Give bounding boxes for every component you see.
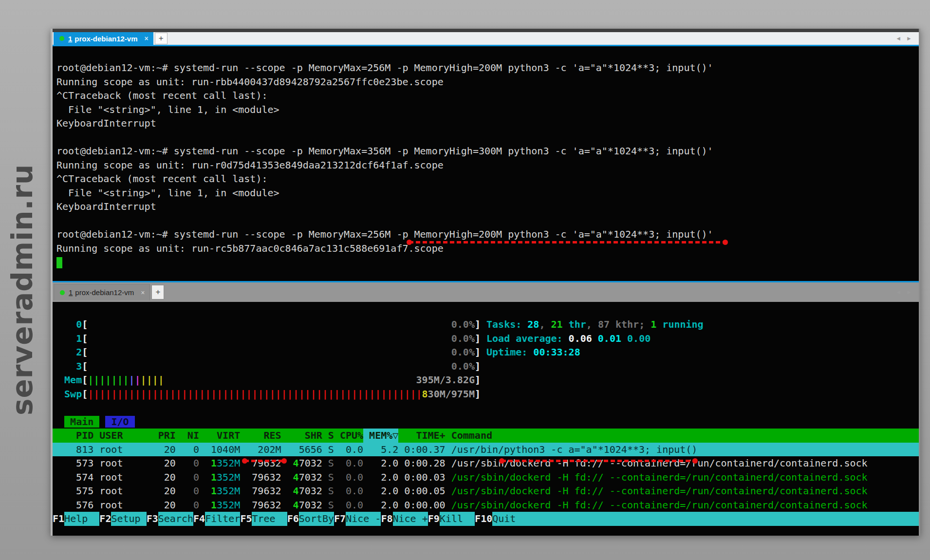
fkey-f5[interactable]: F5 [240, 512, 252, 526]
text-segment: 7032 [299, 499, 322, 511]
terminal-line [53, 131, 919, 145]
terminal-cursor [56, 257, 62, 268]
fkey-f1[interactable]: F1 [53, 512, 64, 526]
process-row-selected[interactable]: 813root2001040M202M5656S0.05.20:00.37/us… [53, 443, 919, 457]
column-header-time[interactable]: TIME+ [398, 429, 445, 443]
text-segment: 0.0% [451, 333, 475, 344]
fkey-f3[interactable]: F3 [147, 512, 158, 526]
annotation-res-202m-underline [244, 460, 284, 462]
fkey-label-f2[interactable]: Setup [111, 512, 146, 526]
process-row[interactable]: 574root2001352M7963247032S0.02.00:00.03/… [53, 470, 919, 485]
cell-res: 202M [240, 443, 281, 457]
fkey-f10[interactable]: F10 [475, 512, 492, 526]
fkey-label-f6[interactable]: SortBy [299, 512, 334, 526]
fkey-f8[interactable]: F8 [381, 512, 392, 526]
fkey-label-f7[interactable]: Nice - [346, 512, 381, 526]
text-segment: ] [475, 388, 481, 400]
process-row[interactable]: 576root2001352M7963247032S0.02.00:00.00/… [53, 498, 919, 512]
column-header-res[interactable]: RES [240, 429, 281, 443]
fkey-label-f8[interactable]: Nice + [393, 512, 428, 526]
text-segment [88, 333, 451, 344]
text-segment: 28 [527, 318, 539, 330]
new-tab-button[interactable]: + [151, 285, 164, 299]
fkey-label-f9[interactable]: Kill [440, 512, 475, 526]
text-segment: S [328, 499, 334, 511]
text-segment: ] [475, 346, 481, 358]
text-segment: 79632 [252, 457, 281, 469]
new-tab-button[interactable]: + [155, 33, 167, 44]
text-segment: 5.2 [381, 444, 398, 455]
scroll-tabs-left-icon[interactable]: ◄ [895, 35, 901, 42]
cell-pid: 574 [58, 470, 93, 485]
fkey-label-f10[interactable]: Quit [492, 512, 527, 526]
close-tab-icon[interactable]: × [145, 35, 149, 42]
fkey-f4[interactable]: F4 [193, 512, 205, 526]
fkey-f7[interactable]: F7 [334, 512, 346, 526]
tab-prox-debian12-vm-top[interactable]: 1 prox-debian12-vm × [54, 32, 153, 45]
column-header-ni[interactable]: NI [176, 429, 199, 443]
text-segment: 573 [76, 457, 93, 469]
cell-shr: 47032 [281, 498, 322, 512]
column-header-cpu[interactable]: CPU% [334, 429, 363, 443]
fkey-label-f1[interactable]: Help [64, 512, 99, 526]
terminal-line: Running scope as unit: run-r0d75d41353e8… [53, 158, 919, 172]
memory-meter: Mem[||||||||||||| 395M/3.82G] [53, 373, 919, 387]
column-header-shr[interactable]: SHR [281, 429, 322, 443]
text-segment: 20 [164, 499, 176, 511]
fkey-label-f3[interactable]: Search [158, 512, 193, 526]
text-segment: root [99, 471, 123, 483]
text-segment: 1040M [211, 444, 240, 455]
scroll-tabs-left-icon[interactable]: ◄ [895, 289, 901, 296]
screen-tab-main[interactable]: Main [64, 416, 99, 428]
column-header-cmd[interactable]: Command [446, 429, 919, 443]
process-row[interactable]: 575root2001352M7963247032S0.02.00:00.05/… [53, 484, 919, 498]
column-header-user[interactable]: USER [93, 429, 152, 443]
column-header-virt[interactable]: VIRT [199, 429, 240, 443]
text-segment: Swp [64, 388, 82, 400]
text-segment: 352M [217, 457, 240, 469]
text-segment: 5656 [299, 444, 322, 455]
terminal-pane-shell[interactable]: root@debian12-vm:~# systemd-run --scope … [53, 46, 919, 281]
tab-prox-debian12-vm-bottom[interactable]: 1 prox-debian12-vm × [54, 284, 150, 300]
column-header-pid[interactable]: PID [58, 429, 93, 443]
text-segment: [ [82, 318, 88, 330]
cell-cpu: 0.0 [334, 470, 363, 485]
text-segment: 352M [217, 485, 240, 497]
fkey-f9[interactable]: F9 [428, 512, 440, 526]
fkey-label-f4[interactable]: Filter [205, 512, 240, 526]
fkey-f2[interactable]: F2 [99, 512, 111, 526]
text-segment: thr [563, 318, 586, 330]
cell-shr: 47032 [281, 456, 322, 470]
annotation-memoryhigh-command-underline [409, 241, 725, 243]
cell-mem: 2.0 [363, 484, 398, 498]
text-segment: 0:00.05 [404, 485, 445, 497]
tab-status-dot [60, 290, 65, 295]
close-tab-icon[interactable]: × [141, 289, 145, 297]
column-header-mem[interactable]: MEM%▽ [363, 429, 398, 443]
cell-res: 79632 [240, 498, 281, 512]
column-header-s[interactable]: S [322, 429, 334, 443]
text-segment: Load average: [486, 333, 569, 344]
text-segment [164, 374, 416, 386]
text-segment: 575 [76, 485, 93, 497]
terminal-pane-htop[interactable]: 0[ 0.0%] Tasks: 28, 21 thr, 87 kthr; 1 r… [53, 302, 919, 536]
text-segment [58, 388, 64, 400]
fkey-label-f5[interactable]: Tree [252, 512, 287, 526]
tab-title: prox-debian12-vm [75, 288, 134, 297]
text-segment: 79632 [252, 471, 281, 483]
screen-tab-io[interactable]: I/O [105, 416, 134, 428]
cell-ni: 0 [176, 470, 199, 485]
column-header-pri[interactable]: PRI [152, 429, 176, 443]
scroll-tabs-right-icon[interactable]: ► [906, 289, 912, 296]
process-row[interactable]: 573root2001352M7963247032S0.02.00:00.28/… [53, 456, 919, 470]
scroll-tabs-right-icon[interactable]: ► [906, 35, 912, 42]
text-segment: /usr/sbin/dockerd -H fd:// --containerd=… [451, 457, 868, 469]
desktop-background: serveradmin.ru 1 prox-debian12-vm × + ◄ … [0, 0, 930, 560]
cell-mem: 5.2 [363, 443, 398, 457]
tab-bar-top: 1 prox-debian12-vm × + ◄ ► [53, 32, 919, 45]
tab-scroll-controls: ◄ ► [895, 289, 919, 296]
terminal-line: Running scope as unit: run-rbb4400437d89… [53, 75, 919, 89]
terminal-line: ^CTraceback (most recent call last): [53, 89, 919, 103]
text-segment: 87 kthr [598, 318, 639, 330]
fkey-f6[interactable]: F6 [287, 512, 299, 526]
